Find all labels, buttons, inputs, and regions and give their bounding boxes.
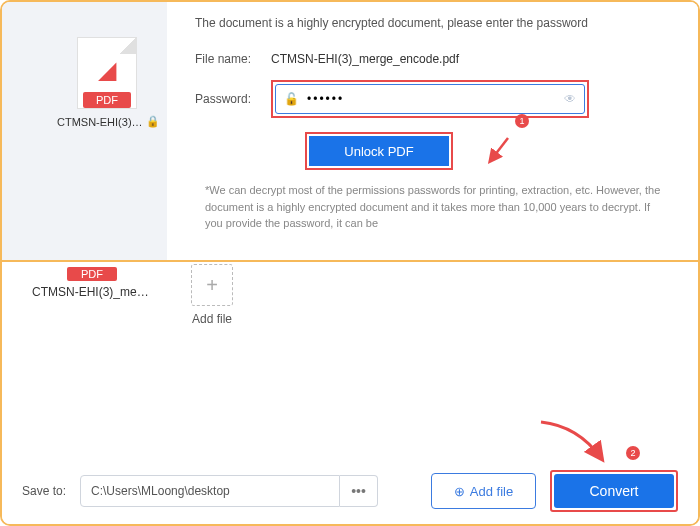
file-tiles-row: PDF CTMSN-EHI(3)_merg… + Add file xyxy=(2,262,698,314)
add-file-button-label: Add file xyxy=(470,484,513,499)
pdf-badge: PDF xyxy=(83,92,131,108)
convert-button[interactable]: Convert xyxy=(554,474,674,508)
annotation-arrow-2 xyxy=(533,416,613,466)
step-number-1: 1 xyxy=(515,114,529,128)
pdf-file-icon: ◢ PDF xyxy=(77,37,137,109)
app-frame: ◢ PDF CTMSN-EHI(3)_me… 🔒 The document is… xyxy=(0,0,700,526)
password-row: Password: 🔓 👁 xyxy=(195,80,670,118)
footer-bar: Save to: C:\Users\MLoong\desktop ••• ⊕ A… xyxy=(2,470,698,512)
padlock-icon: 🔓 xyxy=(284,92,299,106)
file-tile-name: CTMSN-EHI(3)_me… xyxy=(57,116,143,128)
file-tile-bottom[interactable]: PDF CTMSN-EHI(3)_merg… xyxy=(32,264,152,314)
file-tile[interactable]: ◢ PDF CTMSN-EHI(3)_me… 🔒 xyxy=(57,37,157,128)
unlock-pdf-button[interactable]: Unlock PDF xyxy=(309,136,449,166)
filename-label: File name: xyxy=(195,52,271,66)
step-badge-2: 2 xyxy=(626,446,640,460)
password-dialog: The document is a highly encrypted docum… xyxy=(167,2,698,260)
plus-icon: + xyxy=(191,264,233,306)
pdf-badge-bottom: PDF xyxy=(67,267,117,281)
eye-icon[interactable]: 👁 xyxy=(564,92,576,106)
save-to-label: Save to: xyxy=(22,484,66,498)
step-badge-1: 1 xyxy=(515,114,529,128)
step-number-2: 2 xyxy=(626,446,640,460)
password-label: Password: xyxy=(195,92,271,106)
adobe-triangle-icon: ◢ xyxy=(98,56,116,84)
save-path-text: C:\Users\MLoong\desktop xyxy=(91,484,230,498)
password-input[interactable] xyxy=(307,92,556,106)
lock-icon: 🔒 xyxy=(146,115,157,128)
add-file-button[interactable]: ⊕ Add file xyxy=(431,473,536,509)
annotation-arrow-1 xyxy=(483,136,513,166)
dialog-message: The document is a highly encrypted docum… xyxy=(195,16,670,30)
password-field-container: 🔓 👁 xyxy=(275,84,585,114)
filename-value: CTMSN-EHI(3)_merge_encode.pdf xyxy=(271,52,459,66)
password-highlight: 🔓 👁 xyxy=(271,80,589,118)
file-tile-name-bottom: CTMSN-EHI(3)_merg… xyxy=(32,285,152,299)
convert-highlight: Convert xyxy=(550,470,678,512)
filename-row: File name: CTMSN-EHI(3)_merge_encode.pdf xyxy=(195,52,670,66)
add-file-tile[interactable]: + Add file xyxy=(182,264,242,314)
plus-doc-icon: ⊕ xyxy=(454,484,465,499)
dialog-footnote: *We can decrypt most of the permissions … xyxy=(205,182,670,232)
save-path-group: C:\Users\MLoong\desktop ••• xyxy=(80,475,378,507)
browse-button[interactable]: ••• xyxy=(340,475,378,507)
save-path-field[interactable]: C:\Users\MLoong\desktop xyxy=(80,475,340,507)
bottom-panel: PDF CTMSN-EHI(3)_merg… + Add file 2 Save… xyxy=(2,262,698,524)
add-file-tile-label: Add file xyxy=(182,312,242,326)
unlock-highlight: Unlock PDF xyxy=(305,132,453,170)
top-panel: ◢ PDF CTMSN-EHI(3)_me… 🔒 The document is… xyxy=(2,2,698,262)
